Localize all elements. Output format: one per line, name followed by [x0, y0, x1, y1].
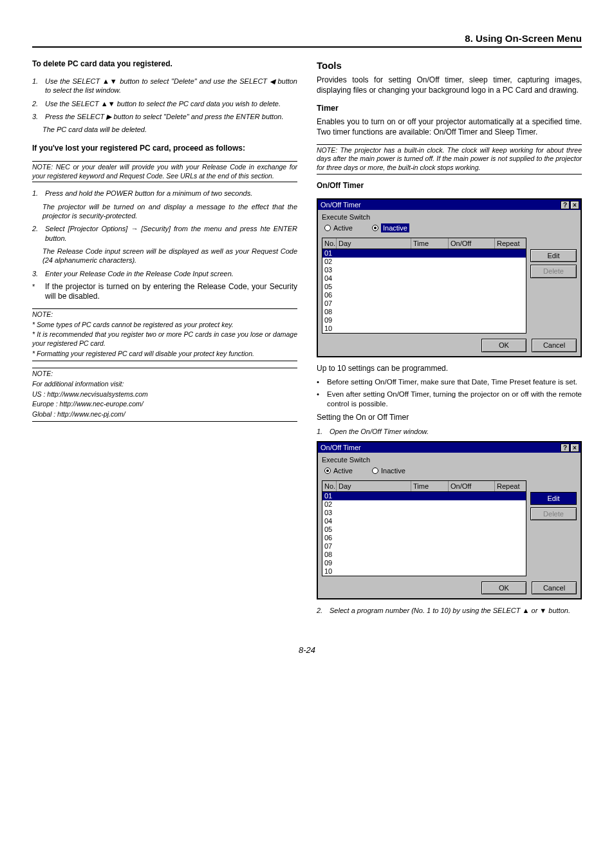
execute-switch-label: Execute Switch — [322, 455, 577, 464]
tools-title: Tools — [317, 59, 582, 72]
close-icon[interactable]: × — [570, 201, 579, 209]
onoff-title: On/Off Timer — [317, 181, 582, 191]
table-row[interactable]: 05 — [322, 525, 526, 534]
delete-heading: To delete PC card data you registered. — [32, 59, 297, 70]
col-repeat: Repeat — [495, 238, 526, 249]
table-row[interactable]: 01 — [322, 249, 526, 258]
chapter-header: 8. Using On-Screen Menu — [32, 32, 582, 48]
delete-result: The PC card data will be deleted. — [32, 125, 297, 134]
col-day: Day — [337, 481, 411, 491]
col-time: Time — [411, 481, 449, 491]
onoff-timer-dialog-1: On/Off Timer ? × Execute Switch Active I… — [317, 198, 582, 357]
table-row[interactable]: 04 — [322, 517, 526, 525]
set-step-1: 1.Open the On/Off Timer window. — [317, 427, 582, 436]
table-row[interactable]: 03 — [322, 266, 526, 274]
radio-active[interactable]: Active — [324, 466, 353, 475]
lost-step-1b: The projector will be turned on and disp… — [32, 202, 297, 221]
lost-step-3: 3.Enter your Release Code in the Release… — [32, 269, 297, 278]
col-no: No. — [322, 481, 337, 491]
radio-active[interactable]: Active — [324, 223, 353, 232]
delete-button[interactable]: Delete — [530, 507, 577, 520]
table-row[interactable]: 10 — [322, 567, 526, 576]
page-number: 8-24 — [32, 645, 582, 656]
timer-title: Timer — [317, 103, 582, 113]
tools-desc: Provides tools for setting On/Off timer,… — [317, 75, 582, 95]
table-row[interactable]: 08 — [322, 551, 526, 559]
timer-desc: Enables you to turn on or off your proje… — [317, 117, 582, 137]
table-row[interactable]: 09 — [322, 316, 526, 325]
left-column: To delete PC card data you registered. 1… — [32, 59, 297, 619]
delete-button[interactable]: Delete — [530, 265, 577, 278]
help-icon[interactable]: ? — [561, 444, 570, 452]
delete-step-3: 3.Press the SELECT ▶ button to select "D… — [32, 112, 297, 121]
table-row[interactable]: 07 — [322, 542, 526, 551]
ok-button[interactable]: OK — [481, 581, 526, 594]
table-rows-2: 01 02 03 04 05 06 07 08 09 10 — [322, 492, 526, 576]
bullet-1: •Before setting On/Off Timer, make sure … — [317, 377, 582, 387]
help-icon[interactable]: ? — [561, 201, 570, 209]
timer-table[interactable]: No. Day Time On/Off Repeat 01 02 03 04 — [322, 480, 526, 576]
table-row[interactable]: 02 — [322, 258, 526, 266]
lost-heading: If you've lost your registered PC card, … — [32, 144, 297, 154]
col-onoff: On/Off — [449, 238, 495, 249]
timer-note: NOTE: The projector has a built-in clock… — [317, 144, 582, 175]
setting-heading: Setting the On or Off Timer — [317, 413, 582, 423]
table-row[interactable]: 10 — [322, 325, 526, 333]
table-rows-1: 01 02 03 04 05 06 07 08 09 10 — [322, 249, 526, 333]
onoff-timer-dialog-2: On/Off Timer ? × Execute Switch Active I… — [317, 441, 582, 599]
lost-step-2: 2.Select [Projector Options] → [Security… — [32, 224, 297, 243]
table-row[interactable]: 06 — [322, 291, 526, 299]
ok-button[interactable]: OK — [481, 339, 526, 352]
delete-step-2: 2.Use the SELECT ▲▼ button to select the… — [32, 99, 297, 108]
edit-button[interactable]: Edit — [530, 492, 577, 505]
table-row[interactable]: 03 — [322, 509, 526, 517]
table-row[interactable]: 09 — [322, 559, 526, 567]
close-icon[interactable]: × — [570, 444, 579, 452]
set-step-2: 2.Select a program number (No. 1 to 10) … — [317, 606, 582, 615]
right-column: Tools Provides tools for setting On/Off … — [317, 59, 582, 619]
lost-step-1: 1.Press and hold the POWER button for a … — [32, 189, 297, 198]
lost-note: NOTE: NEC or your dealer will provide yo… — [32, 161, 297, 182]
execute-switch-label: Execute Switch — [322, 212, 577, 222]
dialog-title: On/Off Timer — [321, 200, 361, 209]
bullet-2: •Even after setting On/Off Timer, turnin… — [317, 390, 582, 409]
lost-step-2b: The Release Code input screen will be di… — [32, 247, 297, 265]
table-row[interactable]: 04 — [322, 274, 526, 283]
table-row[interactable]: 01 — [322, 492, 526, 500]
col-time: Time — [411, 238, 449, 249]
radio-inactive[interactable]: Inactive — [372, 223, 409, 232]
col-no: No. — [322, 238, 337, 249]
cancel-button[interactable]: Cancel — [532, 581, 577, 594]
table-row[interactable]: 07 — [322, 299, 526, 308]
note-block-2: NOTE: * Some types of PC cards cannot be… — [32, 308, 297, 361]
col-day: Day — [337, 238, 411, 249]
lost-star: *If the projector is turned on by enteri… — [32, 282, 297, 302]
dialog-title: On/Off Timer — [321, 443, 361, 452]
col-repeat: Repeat — [495, 481, 526, 491]
table-row[interactable]: 08 — [322, 308, 526, 316]
edit-button[interactable]: Edit — [530, 249, 577, 262]
radio-inactive[interactable]: Inactive — [372, 466, 405, 475]
delete-step-1: 1.Use the SELECT ▲▼ button to select "De… — [32, 77, 297, 95]
table-row[interactable]: 05 — [322, 283, 526, 291]
table-row[interactable]: 02 — [322, 500, 526, 509]
cancel-button[interactable]: Cancel — [532, 339, 577, 352]
note-block-3: NOTE: For additional information visit: … — [32, 368, 297, 422]
table-row[interactable]: 06 — [322, 534, 526, 542]
col-onoff: On/Off — [449, 481, 495, 491]
upto-text: Up to 10 settings can be programmed. — [317, 364, 582, 374]
timer-table[interactable]: No. Day Time On/Off Repeat 01 02 03 04 — [322, 238, 526, 334]
